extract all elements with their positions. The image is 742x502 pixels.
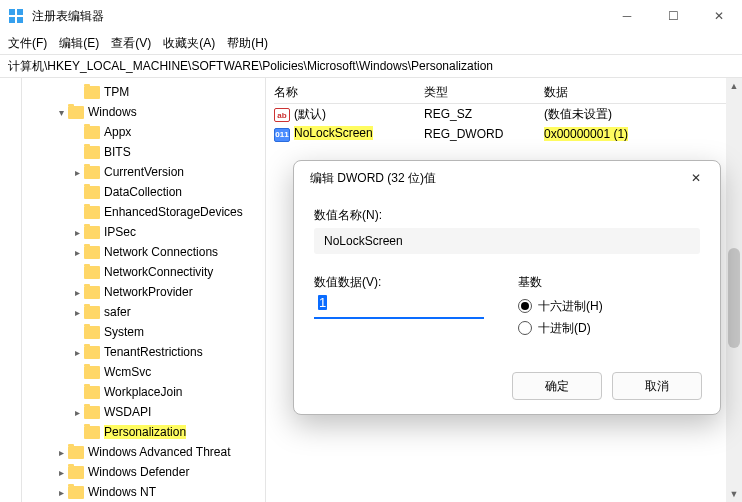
chevron-right-icon[interactable]: ▸ bbox=[70, 245, 84, 259]
tree-item[interactable]: ▸Windows Defender bbox=[22, 462, 265, 482]
maximize-button[interactable]: ☐ bbox=[650, 0, 696, 32]
tree-item-label: Windows Advanced Threat bbox=[88, 445, 231, 459]
tree-twisty-spacer bbox=[70, 205, 84, 219]
chevron-down-icon[interactable]: ▾ bbox=[54, 105, 68, 119]
tree-item[interactable]: ▸NetworkProvider bbox=[22, 282, 265, 302]
folder-icon bbox=[84, 406, 100, 419]
ok-button[interactable]: 确定 bbox=[512, 372, 602, 400]
tree-pane[interactable]: TPM▾WindowsAppxBITS▸CurrentVersionDataCo… bbox=[22, 78, 266, 502]
folder-icon bbox=[84, 86, 100, 99]
tree-item-label: NetworkProvider bbox=[104, 285, 193, 299]
radix-hex-row[interactable]: 十六进制(H) bbox=[518, 295, 700, 317]
tree-item[interactable]: ▸Windows Advanced Threat bbox=[22, 442, 265, 462]
folder-icon bbox=[84, 386, 100, 399]
tree-item[interactable]: TPM bbox=[22, 82, 265, 102]
tree-item[interactable]: DataCollection bbox=[22, 182, 265, 202]
chevron-right-icon[interactable]: ▸ bbox=[70, 305, 84, 319]
column-data[interactable]: 数据 bbox=[544, 84, 734, 101]
menu-file[interactable]: 文件(F) bbox=[8, 35, 47, 52]
radio-dec[interactable] bbox=[518, 321, 532, 335]
radix-dec-row[interactable]: 十进制(D) bbox=[518, 317, 700, 339]
tree-twisty-spacer bbox=[70, 425, 84, 439]
folder-icon bbox=[84, 326, 100, 339]
folder-icon bbox=[84, 266, 100, 279]
vertical-scrollbar[interactable]: ▲ ▼ bbox=[726, 78, 742, 502]
folder-icon bbox=[84, 126, 100, 139]
tree-item[interactable]: ▸Windows NT bbox=[22, 482, 265, 502]
tree-twisty-spacer bbox=[70, 145, 84, 159]
scroll-thumb[interactable] bbox=[728, 248, 740, 348]
tree-item[interactable]: ▸safer bbox=[22, 302, 265, 322]
tree-item[interactable]: NetworkConnectivity bbox=[22, 262, 265, 282]
tree-item-label: Windows NT bbox=[88, 485, 156, 499]
tree-item[interactable]: WorkplaceJoin bbox=[22, 382, 265, 402]
chevron-right-icon[interactable]: ▸ bbox=[70, 405, 84, 419]
address-bar[interactable]: 计算机\HKEY_LOCAL_MACHINE\SOFTWARE\Policies… bbox=[0, 54, 742, 78]
column-name[interactable]: 名称 bbox=[274, 84, 424, 101]
value-data-text: 1 bbox=[318, 295, 327, 310]
tree-item[interactable]: ▸Network Connections bbox=[22, 242, 265, 262]
list-row[interactable]: 011NoLockScreenREG_DWORD0x00000001 (1) bbox=[274, 124, 734, 144]
app-icon bbox=[8, 8, 24, 24]
tree-item-label: TenantRestrictions bbox=[104, 345, 203, 359]
radio-hex[interactable] bbox=[518, 299, 532, 313]
menu-favorites[interactable]: 收藏夹(A) bbox=[163, 35, 215, 52]
tree-item[interactable]: EnhancedStorageDevices bbox=[22, 202, 265, 222]
chevron-right-icon[interactable]: ▸ bbox=[54, 445, 68, 459]
tree-item-label: CurrentVersion bbox=[104, 165, 184, 179]
tree-item[interactable]: ▸WSDAPI bbox=[22, 402, 265, 422]
value-data: 0x00000001 (1) bbox=[544, 127, 734, 141]
dialog-body: 数值名称(N): NoLockScreen 数值数据(V): 1 基数 十六进制… bbox=[294, 195, 720, 339]
value-data: (数值未设置) bbox=[544, 106, 734, 123]
tree-item[interactable]: ▸IPSec bbox=[22, 222, 265, 242]
tree-item[interactable]: WcmSvc bbox=[22, 362, 265, 382]
folder-icon bbox=[84, 226, 100, 239]
menu-view[interactable]: 查看(V) bbox=[111, 35, 151, 52]
radix-dec-label: 十进制(D) bbox=[538, 320, 591, 337]
dialog-close-button[interactable]: ✕ bbox=[682, 164, 710, 192]
tree-item[interactable]: BITS bbox=[22, 142, 265, 162]
tree-item-label: TPM bbox=[104, 85, 129, 99]
tree-item[interactable]: System bbox=[22, 322, 265, 342]
scroll-up-arrow[interactable]: ▲ bbox=[726, 78, 742, 94]
window-buttons: ─ ☐ ✕ bbox=[604, 0, 742, 32]
svg-rect-1 bbox=[17, 9, 23, 15]
folder-icon bbox=[68, 466, 84, 479]
tree-item[interactable]: ▾Windows bbox=[22, 102, 265, 122]
svg-rect-3 bbox=[17, 17, 23, 23]
chevron-right-icon[interactable]: ▸ bbox=[54, 465, 68, 479]
folder-icon bbox=[68, 106, 84, 119]
tree-item[interactable]: Personalization bbox=[22, 422, 265, 442]
chevron-right-icon[interactable]: ▸ bbox=[70, 345, 84, 359]
chevron-right-icon[interactable]: ▸ bbox=[70, 285, 84, 299]
tree-item-label: WcmSvc bbox=[104, 365, 151, 379]
chevron-right-icon[interactable]: ▸ bbox=[70, 165, 84, 179]
scroll-down-arrow[interactable]: ▼ bbox=[726, 486, 742, 502]
cancel-button[interactable]: 取消 bbox=[612, 372, 702, 400]
column-type[interactable]: 类型 bbox=[424, 84, 544, 101]
tree-item-label: IPSec bbox=[104, 225, 136, 239]
tree-item-label: BITS bbox=[104, 145, 131, 159]
menu-bar: 文件(F) 编辑(E) 查看(V) 收藏夹(A) 帮助(H) bbox=[0, 32, 742, 54]
chevron-right-icon[interactable]: ▸ bbox=[70, 225, 84, 239]
tree-item[interactable]: Appx bbox=[22, 122, 265, 142]
tree-twisty-spacer bbox=[70, 265, 84, 279]
close-button[interactable]: ✕ bbox=[696, 0, 742, 32]
value-data-input[interactable]: 1 bbox=[314, 295, 484, 319]
dialog-title-bar[interactable]: 编辑 DWORD (32 位)值 ✕ bbox=[294, 161, 720, 195]
menu-help[interactable]: 帮助(H) bbox=[227, 35, 268, 52]
chevron-right-icon[interactable]: ▸ bbox=[54, 485, 68, 499]
tree-item-label: EnhancedStorageDevices bbox=[104, 205, 243, 219]
edit-dword-dialog: 编辑 DWORD (32 位)值 ✕ 数值名称(N): NoLockScreen… bbox=[293, 160, 721, 415]
tree-item[interactable]: ▸CurrentVersion bbox=[22, 162, 265, 182]
value-type: REG_SZ bbox=[424, 107, 544, 121]
list-row[interactable]: ab(默认)REG_SZ(数值未设置) bbox=[274, 104, 734, 124]
tree-item[interactable]: ▸TenantRestrictions bbox=[22, 342, 265, 362]
folder-icon bbox=[84, 186, 100, 199]
minimize-button[interactable]: ─ bbox=[604, 0, 650, 32]
tree-item-label: safer bbox=[104, 305, 131, 319]
folder-icon bbox=[84, 366, 100, 379]
list-header: 名称 类型 数据 bbox=[274, 82, 734, 104]
value-name: NoLockScreen bbox=[294, 126, 373, 140]
menu-edit[interactable]: 编辑(E) bbox=[59, 35, 99, 52]
